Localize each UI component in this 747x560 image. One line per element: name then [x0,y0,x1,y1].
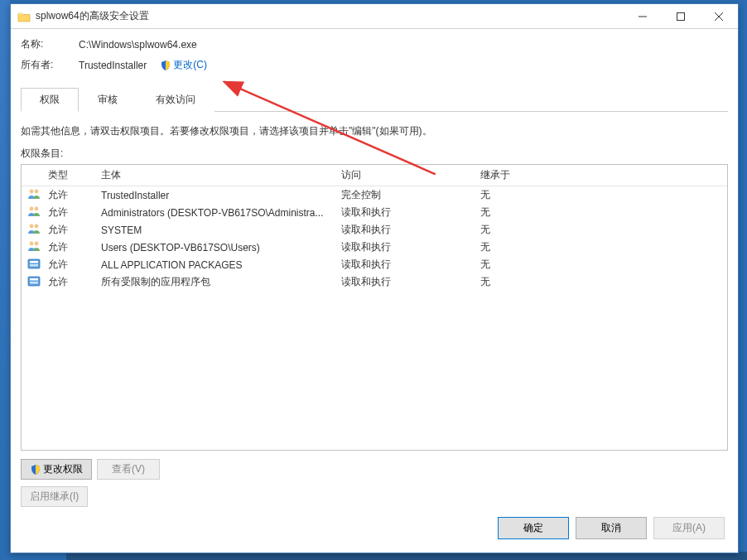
svg-point-6 [35,224,39,229]
row-inherit: 无 [475,256,727,273]
view-button[interactable]: 查看(V) [97,459,160,480]
owner-value: TrustedInstaller [79,60,147,71]
ok-button[interactable]: 确定 [498,517,569,539]
svg-rect-13 [30,278,38,281]
col-header-access[interactable]: 访问 [336,165,475,186]
dialog-footer: 确定 取消 应用(A) [21,507,728,543]
row-principal: Users (DESKTOP-VB617SO\Users) [96,240,336,255]
window-title: splwow64的高级安全设置 [36,9,624,23]
svg-rect-0 [677,12,685,20]
row-inherit: 无 [475,186,727,204]
table-row[interactable]: 允许ALL APPLICATION PACKAGES读取和执行无 [22,256,727,273]
minimize-button[interactable] [624,4,662,28]
table-row[interactable]: 允许TrustedInstaller完全控制无 [22,186,727,204]
row-icon [22,203,43,222]
svg-point-3 [30,207,34,211]
instruction-text: 如需其他信息，请双击权限项目。若要修改权限项目，请选择该项目并单击"编辑"(如果… [21,123,728,138]
enable-inherit-button[interactable]: 启用继承(I) [21,486,88,507]
row-type: 允许 [43,256,96,273]
row-inherit: 无 [475,239,727,256]
svg-rect-9 [28,259,40,268]
list-body: 允许TrustedInstaller完全控制无允许Administrators … [22,186,727,450]
apply-button[interactable]: 应用(A) [653,517,725,539]
content-area: 名称: C:\Windows\splwow64.exe 所有者: Trusted… [11,29,738,553]
owner-label: 所有者: [21,58,79,72]
maximize-button[interactable] [662,4,700,28]
table-row[interactable]: 允许SYSTEM读取和执行无 [22,221,727,239]
tabs: 权限 审核 有效访问 [21,87,728,112]
col-header-type[interactable]: 类型 [43,165,96,186]
change-owner-link[interactable]: 更改(C) [160,58,207,72]
row-icon [22,220,43,239]
advanced-security-window: splwow64的高级安全设置 名称: C:\Windows\splwow64.… [10,3,739,553]
titlebar[interactable]: splwow64的高级安全设置 [11,4,738,29]
row-access: 完全控制 [336,186,475,204]
change-permissions-button[interactable]: 更改权限 [21,459,92,480]
row-access: 读取和执行 [336,204,475,221]
row-access: 读取和执行 [336,273,475,291]
svg-point-5 [30,224,34,229]
name-label: 名称: [21,37,79,51]
row-access: 读取和执行 [336,256,475,273]
svg-point-2 [35,190,39,194]
owner-row: 所有者: TrustedInstaller 更改(C) [21,58,728,72]
row-principal: 所有受限制的应用程序包 [96,273,336,291]
row-type: 允许 [43,221,96,239]
svg-point-8 [35,242,39,246]
svg-point-7 [30,242,34,246]
action-buttons-row: 更改权限 查看(V) [21,459,728,480]
close-button[interactable] [700,4,738,28]
table-row[interactable]: 允许Administrators (DESKTOP-VB617SO\Admini… [22,204,727,221]
change-permissions-label: 更改权限 [43,462,83,476]
tab-effective-access[interactable]: 有效访问 [137,88,214,112]
window-buttons [624,4,738,28]
col-header-principal[interactable]: 主体 [96,165,336,186]
table-row[interactable]: 允许所有受限制的应用程序包读取和执行无 [22,273,727,291]
row-principal: SYSTEM [96,223,336,238]
row-type: 允许 [43,239,96,256]
row-inherit: 无 [475,273,727,291]
row-icon [22,238,43,257]
row-principal: ALL APPLICATION PACKAGES [96,258,336,273]
desktop-background [0,0,10,560]
shield-icon [160,60,171,71]
col-header-inherit[interactable]: 继承于 [475,165,727,186]
svg-rect-12 [28,277,40,286]
svg-rect-11 [30,264,38,267]
tab-permissions[interactable]: 权限 [21,88,79,112]
shield-icon [30,464,41,476]
svg-point-1 [30,190,34,194]
list-header[interactable]: 类型 主体 访问 继承于 [22,165,727,186]
change-owner-text: 更改(C) [173,58,207,72]
cancel-button[interactable]: 取消 [576,517,647,539]
row-icon [22,273,43,292]
row-type: 允许 [43,186,96,204]
entries-label: 权限条目: [21,147,728,161]
info-section: 名称: C:\Windows\splwow64.exe 所有者: Trusted… [21,37,728,79]
permissions-list: 类型 主体 访问 继承于 允许TrustedInstaller完全控制无允许Ad… [21,164,728,451]
table-row[interactable]: 允许Users (DESKTOP-VB617SO\Users)读取和执行无 [22,239,727,256]
row-type: 允许 [43,273,96,291]
row-icon [22,255,43,274]
row-inherit: 无 [475,221,727,239]
name-row: 名称: C:\Windows\splwow64.exe [21,37,728,51]
row-access: 读取和执行 [336,239,475,256]
folder-icon [17,11,31,22]
col-header-icon [22,165,43,186]
row-access: 读取和执行 [336,221,475,239]
tab-audit[interactable]: 审核 [79,88,137,112]
row-icon [22,186,43,205]
name-value: C:\Windows\splwow64.exe [79,39,197,51]
row-inherit: 无 [475,204,727,221]
svg-point-4 [35,207,39,211]
svg-rect-14 [30,282,38,284]
row-principal: Administrators (DESKTOP-VB617SO\Administ… [96,205,336,220]
row-type: 允许 [43,204,96,221]
row-principal: TrustedInstaller [96,188,336,203]
inherit-row: 启用继承(I) [21,486,728,507]
svg-rect-10 [30,261,38,263]
